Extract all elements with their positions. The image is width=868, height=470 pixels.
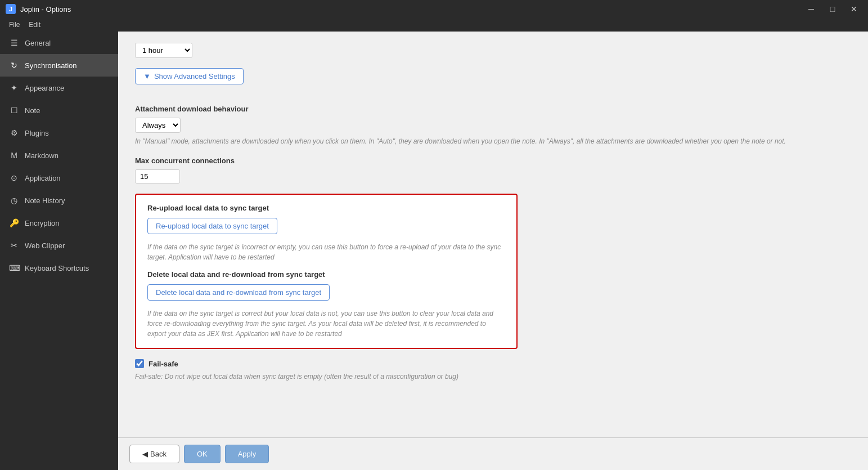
sync-icon: ↻ bbox=[9, 61, 19, 70]
application-icon: ⊙ bbox=[9, 173, 19, 182]
attachment-hint: In "Manual" mode, attachments are downlo… bbox=[135, 136, 851, 146]
sidebar: ☰ General ↻ Synchronisation ✦ Appearance… bbox=[0, 32, 118, 470]
sidebar-label-note-history: Note History bbox=[25, 196, 65, 205]
sidebar-item-note[interactable]: ☐ Note bbox=[0, 99, 118, 122]
main-container: ☰ General ↻ Synchronisation ✦ Appearance… bbox=[0, 32, 868, 470]
attachment-label: Attachment download behaviour bbox=[135, 105, 851, 113]
sidebar-label-note: Note bbox=[25, 106, 40, 115]
delete-title: Delete local data and re-download from s… bbox=[147, 270, 505, 279]
sidebar-item-synchronisation[interactable]: ↻ Synchronisation bbox=[0, 54, 118, 77]
interval-group: 5 minutes 10 minutes 30 minutes 1 hour 3… bbox=[135, 43, 851, 58]
window-title: Joplin - Options bbox=[20, 5, 803, 14]
app-icon: J bbox=[6, 4, 16, 14]
sidebar-label-keyboard-shortcuts: Keyboard Shortcuts bbox=[25, 264, 89, 272]
reupload-title: Re-upload local data to sync target bbox=[147, 204, 505, 212]
failsafe-checkbox[interactable] bbox=[135, 359, 144, 368]
back-label: Back bbox=[150, 450, 167, 458]
maximize-button[interactable]: □ bbox=[824, 3, 841, 15]
menu-file[interactable]: File bbox=[5, 20, 24, 30]
max-connections-group: Max concurrent connections bbox=[135, 156, 851, 183]
attachment-group: Attachment download behaviour Always Aut… bbox=[135, 105, 851, 146]
apply-button[interactable]: Apply bbox=[225, 445, 269, 463]
chevron-down-icon: ▼ bbox=[143, 72, 151, 80]
general-icon: ☰ bbox=[9, 38, 19, 47]
close-button[interactable]: ✕ bbox=[845, 3, 862, 15]
show-advanced-button[interactable]: ▼ Show Advanced Settings bbox=[135, 68, 244, 84]
sidebar-item-general[interactable]: ☰ General bbox=[0, 32, 118, 54]
sidebar-item-keyboard-shortcuts[interactable]: ⌨ Keyboard Shortcuts bbox=[0, 257, 118, 279]
back-button[interactable]: ◀ Back bbox=[129, 445, 179, 463]
window-controls: ─ □ ✕ bbox=[803, 3, 862, 15]
show-advanced-label: Show Advanced Settings bbox=[154, 72, 235, 80]
ok-button[interactable]: OK bbox=[184, 445, 221, 463]
sidebar-item-encryption[interactable]: 🔑 Encryption bbox=[0, 212, 118, 234]
sidebar-item-note-history[interactable]: ◷ Note History bbox=[0, 189, 118, 212]
encryption-icon: 🔑 bbox=[9, 218, 19, 227]
appearance-icon: ✦ bbox=[9, 83, 19, 92]
max-connections-label: Max concurrent connections bbox=[135, 156, 851, 165]
sidebar-item-application[interactable]: ⊙ Application bbox=[0, 167, 118, 189]
note-history-icon: ◷ bbox=[9, 196, 19, 205]
failsafe-row: Fail-safe bbox=[135, 359, 851, 368]
sidebar-label-general: General bbox=[25, 39, 51, 47]
reupload-hint: If the data on the sync target is incorr… bbox=[147, 242, 505, 262]
menu-edit[interactable]: Edit bbox=[24, 20, 45, 30]
web-clipper-icon: ✂ bbox=[9, 241, 19, 250]
advanced-settings-row: ▼ Show Advanced Settings bbox=[135, 68, 851, 95]
footer: ◀ Back OK Apply bbox=[118, 437, 868, 470]
failsafe-hint: Fail-safe: Do not wipe out local data wh… bbox=[135, 371, 851, 382]
interval-dropdown[interactable]: 5 minutes 10 minutes 30 minutes 1 hour 3… bbox=[135, 43, 192, 58]
sidebar-item-plugins[interactable]: ⚙ Plugins bbox=[0, 122, 118, 144]
note-icon: ☐ bbox=[9, 106, 19, 115]
sidebar-item-appearance[interactable]: ✦ Appearance bbox=[0, 77, 118, 99]
sidebar-item-markdown[interactable]: M Markdown bbox=[0, 144, 118, 167]
sidebar-label-application: Application bbox=[25, 174, 61, 182]
keyboard-icon: ⌨ bbox=[9, 263, 19, 272]
menubar: File Edit bbox=[0, 18, 868, 32]
content-panel: 5 minutes 10 minutes 30 minutes 1 hour 3… bbox=[118, 32, 868, 470]
delete-redownload-button[interactable]: Delete local data and re-download from s… bbox=[147, 284, 330, 301]
back-chevron-icon: ◀ bbox=[142, 450, 148, 458]
sidebar-label-web-clipper: Web Clipper bbox=[25, 241, 65, 250]
failsafe-group: Fail-safe Fail-safe: Do not wipe out loc… bbox=[135, 359, 851, 382]
max-connections-input[interactable] bbox=[135, 169, 180, 183]
failsafe-label: Fail-safe bbox=[149, 360, 178, 368]
attachment-dropdown[interactable]: Always Auto Manual bbox=[135, 118, 181, 133]
sidebar-label-encryption: Encryption bbox=[25, 219, 59, 227]
plugins-icon: ⚙ bbox=[9, 128, 19, 137]
highlight-box: Re-upload local data to sync target Re-u… bbox=[135, 194, 518, 349]
delete-hint: If the data on the sync target is correc… bbox=[147, 308, 505, 339]
minimize-button[interactable]: ─ bbox=[803, 3, 820, 15]
sidebar-label-markdown: Markdown bbox=[25, 151, 59, 160]
content-body: 5 minutes 10 minutes 30 minutes 1 hour 3… bbox=[118, 32, 868, 437]
sidebar-label-synchronisation: Synchronisation bbox=[25, 61, 77, 70]
reupload-button[interactable]: Re-upload local data to sync target bbox=[147, 218, 277, 234]
markdown-icon: M bbox=[9, 151, 19, 160]
sidebar-label-appearance: Appearance bbox=[25, 84, 64, 92]
titlebar: J Joplin - Options ─ □ ✕ bbox=[0, 0, 868, 18]
sidebar-item-web-clipper[interactable]: ✂ Web Clipper bbox=[0, 234, 118, 257]
sidebar-label-plugins: Plugins bbox=[25, 129, 49, 137]
